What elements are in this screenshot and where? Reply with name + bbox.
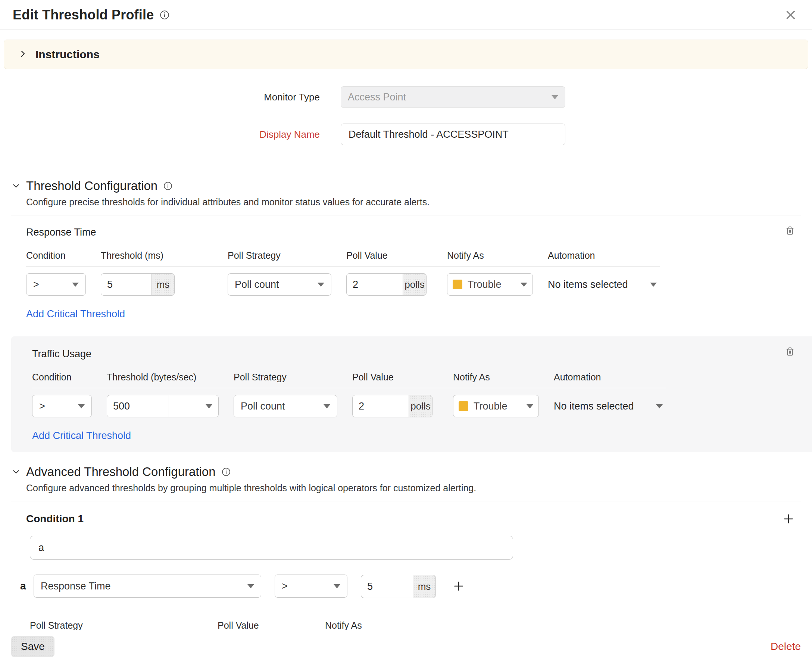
condition-value: > (39, 401, 45, 412)
notify-as-select[interactable]: Trouble (453, 395, 539, 417)
threshold-input[interactable] (101, 273, 152, 296)
divider (11, 501, 801, 501)
caret-down-icon (334, 584, 340, 589)
caret-down-icon (206, 404, 212, 408)
notify-as-value: Trouble (468, 279, 521, 290)
condition-select[interactable]: > (26, 273, 86, 296)
instructions-accordion[interactable]: Instructions (4, 40, 808, 69)
poll-value-group: polls (352, 395, 433, 417)
column-threshold: Threshold (bytes/sec) (107, 372, 219, 383)
condition-expression-input[interactable] (30, 536, 513, 560)
advanced-configuration-header[interactable]: Advanced Threshold Configuration (11, 465, 801, 479)
condition-heading-row: Condition 1 (26, 513, 795, 525)
attribute-column-headers: Condition Threshold (ms) Poll Strategy P… (26, 250, 660, 267)
poll-strategy-select[interactable]: Poll count (228, 273, 331, 296)
chevron-right-icon (18, 49, 27, 60)
poll-value-group: polls (346, 273, 426, 296)
attribute-block-traffic-usage: Traffic Usage Condition Threshold (bytes… (11, 336, 812, 452)
rule-operator-select[interactable]: > (274, 574, 347, 598)
rule-value-input[interactable] (361, 575, 413, 598)
attribute-controls-row: > ms Poll count polls (26, 273, 660, 296)
caret-down-icon (526, 404, 533, 408)
info-icon (222, 467, 231, 476)
threshold-configuration-section: Threshold Configuration Configure precis… (0, 179, 812, 452)
monitor-type-value: Access Point (348, 91, 406, 103)
column-poll-strategy: Poll Strategy (234, 372, 337, 383)
threshold-configuration-header[interactable]: Threshold Configuration (11, 179, 801, 193)
column-automation: Automation (554, 372, 666, 383)
column-notify-as: Notify As (453, 372, 539, 383)
dialog-footer: Save Delete (0, 630, 812, 663)
column-automation: Automation (548, 250, 660, 261)
add-critical-threshold-link[interactable]: Add Critical Threshold (32, 430, 131, 441)
advanced-poll-labels: Poll Strategy Poll Value Notify As (30, 620, 812, 631)
poll-value-input[interactable] (352, 395, 409, 417)
rule-key-label: a (20, 580, 30, 592)
caret-down-icon (656, 404, 663, 408)
threshold-input-group (107, 395, 219, 417)
attribute-block-response-time: Response Time Condition Threshold (ms) P… (0, 215, 812, 332)
page-title: Edit Threshold Profile (13, 7, 154, 23)
notify-as-select[interactable]: Trouble (447, 273, 533, 296)
column-poll-value: Poll Value (352, 372, 438, 383)
automation-select[interactable]: No items selected (554, 401, 666, 412)
edit-threshold-profile-dialog: Edit Threshold Profile Instructions Moni… (0, 0, 812, 661)
rule-attribute-value: Response Time (41, 581, 111, 592)
threshold-input[interactable] (107, 395, 169, 417)
trouble-status-swatch (458, 401, 468, 411)
caret-down-icon (552, 95, 558, 99)
threshold-unit: ms (152, 273, 174, 296)
add-condition-icon[interactable] (782, 513, 795, 525)
column-poll-strategy: Poll Strategy (228, 250, 331, 261)
caret-down-icon (521, 283, 527, 287)
attribute-name: Traffic Usage (32, 348, 801, 360)
add-critical-threshold-link[interactable]: Add Critical Threshold (26, 308, 125, 320)
poll-value-unit: polls (403, 273, 426, 296)
poll-value-input[interactable] (346, 273, 403, 296)
section-title: Threshold Configuration (26, 179, 157, 193)
delete-attribute-icon[interactable] (785, 225, 796, 236)
add-rule-icon[interactable] (452, 580, 465, 592)
poll-value-unit: polls (408, 395, 433, 417)
rule-value-unit: ms (413, 575, 436, 598)
condition-heading: Condition 1 (26, 513, 84, 525)
notify-as-label: Notify As (325, 620, 500, 631)
condition-select[interactable]: > (32, 395, 92, 417)
caret-down-icon (247, 584, 254, 589)
attribute-column-headers: Condition Threshold (bytes/sec) Poll Str… (32, 372, 666, 388)
monitor-type-label: Monitor Type (0, 91, 320, 103)
delete-button[interactable]: Delete (770, 640, 801, 653)
column-threshold: Threshold (ms) (101, 250, 213, 261)
close-icon[interactable] (782, 6, 799, 24)
poll-value-label: Poll Value (218, 620, 313, 631)
section-title: Advanced Threshold Configuration (26, 465, 216, 479)
section-subtitle: Configure advanced thresholds by groupin… (26, 483, 801, 493)
caret-down-icon (72, 283, 79, 287)
poll-strategy-value: Poll count (235, 279, 279, 290)
column-notify-as: Notify As (447, 250, 533, 261)
caret-down-icon (323, 404, 330, 408)
threshold-unit-select[interactable] (169, 395, 219, 417)
column-condition: Condition (32, 372, 92, 383)
dialog-header: Edit Threshold Profile (0, 0, 812, 30)
caret-down-icon (78, 404, 85, 408)
attribute-name: Response Time (26, 226, 801, 238)
poll-strategy-select[interactable]: Poll count (234, 395, 337, 417)
monitor-type-row: Monitor Type Access Point (0, 86, 812, 108)
condition-rule-row: a Response Time > ms (20, 574, 812, 598)
automation-value: No items selected (548, 279, 628, 290)
display-name-input[interactable] (341, 124, 565, 145)
caret-down-icon (318, 283, 324, 287)
column-poll-value: Poll Value (346, 250, 432, 261)
display-name-label: Display Name (0, 129, 320, 141)
caret-down-icon (650, 283, 657, 287)
rule-attribute-select[interactable]: Response Time (34, 574, 261, 598)
attribute-controls-row: > Poll count (32, 395, 666, 417)
delete-attribute-icon[interactable] (785, 346, 796, 357)
display-name-row: Display Name (0, 124, 812, 145)
threshold-input-group: ms (101, 273, 174, 296)
condition-value: > (33, 279, 39, 290)
automation-select[interactable]: No items selected (548, 279, 660, 290)
save-button[interactable]: Save (11, 636, 55, 657)
rule-operator-value: > (282, 581, 288, 592)
